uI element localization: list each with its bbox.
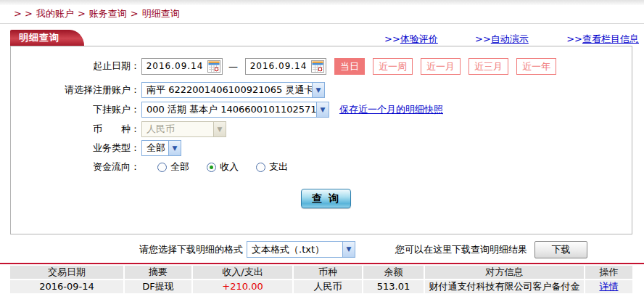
sub-account-row: 下挂账户： 000 活期 基本户 1406600101102571848 ▼ 保… [11,101,632,118]
link-label: 自动演示 [491,33,529,44]
download-format-label: 请您选择下载明细的格式 [139,243,243,256]
quick-range-3months-button[interactable]: 近三月 [468,58,508,75]
table-header-row: 交易日期 摘要 收入/支出 币种 余额 对方信息 操作 [10,266,632,279]
link-prefix: >> [475,33,491,44]
table-top-red-line [0,263,644,264]
query-form-panel: 起止日期： 2016.09.14 — 2016.09.14 [10,46,632,234]
date-range-label: 起止日期： [11,60,140,73]
calendar-icon[interactable] [311,60,324,73]
quick-range-week-button[interactable]: 近一周 [373,58,413,75]
currency-label: 币 种： [11,123,140,136]
query-button[interactable]: 查 询 [301,189,351,208]
download-result-label: 您可以在这里下载查询明细结果 [395,243,527,256]
flow-option-expense[interactable]: 支出 [256,160,288,173]
quick-range-month-button[interactable]: 近一月 [421,58,461,75]
biz-type-row: 业务类型： 全部 ▼ [11,139,632,157]
date-range-dash: — [228,61,238,72]
top-gradient-bar [0,0,644,5]
download-format-value: 文本格式（.txt） [247,243,342,256]
cell-action: 详情 [585,280,632,293]
detail-link[interactable]: 详情 [600,281,619,292]
currency-row: 币 种： 人民币 ▼ [11,121,632,138]
radio-unchecked-icon[interactable] [157,163,167,172]
currency-value: 人民币 [142,123,213,136]
breadcrumb-prefix: > > [14,8,33,19]
sub-account-select[interactable]: 000 活期 基本户 1406600101102571848 ▼ [141,102,329,118]
chevron-down-icon: ▼ [312,83,324,97]
breadcrumb-separator: > [78,8,86,19]
end-date-value: 2016.09.14 [246,61,311,71]
flow-option-expense-label: 支出 [269,160,288,173]
tab-detail-query: 明细查询 [10,30,70,46]
link-auto-demo[interactable]: >>自动演示 [475,33,529,46]
flow-option-all-label: 全部 [170,160,189,173]
chevron-down-icon: ▼ [168,141,181,155]
sub-account-label: 下挂账户： [11,103,140,116]
header-action: 操作 [585,266,632,279]
end-date-input[interactable]: 2016.09.14 [245,58,326,75]
breadcrumb-separator: > [131,8,139,19]
header-trade-date: 交易日期 [10,266,123,279]
header-counterparty: 对方信息 [425,266,584,279]
detail-query-page: > >我的账户>账务查询>明细查询 明细查询 >>体验评价 >>自动演示 >>查… [0,0,644,294]
biz-type-value: 全部 [142,142,168,155]
register-account-value: 南平 6222001406100921065 灵通卡 [142,83,312,97]
breadcrumb-item-my-account[interactable]: 我的账户 [36,8,74,19]
breadcrumb: > >我的账户>账务查询>明细查询 [10,7,180,20]
divider-line [0,23,644,24]
cell-amount: +210.00 [193,280,292,293]
quick-range-year-button[interactable]: 近一年 [516,58,556,75]
cell-counterparty: 财付通支付科技有限公司客户备付金 [425,280,584,293]
chevron-down-icon: ▼ [316,102,329,117]
download-format-select[interactable]: 文本格式（.txt） ▼ [247,241,355,258]
header-currency: 币种 [294,266,362,279]
start-date-input[interactable]: 2016.09.14 [141,58,223,75]
fund-flow-label: 资金流向： [11,160,140,173]
currency-select-disabled: 人民币 ▼ [141,121,226,137]
sub-account-value: 000 活期 基本户 1406600101102571848 [142,103,316,116]
chevron-down-icon: ▼ [342,242,355,257]
breadcrumb-item-detail-query[interactable]: 明细查询 [142,8,180,19]
link-prefix: >> [384,33,400,44]
cell-summary: DF提现 [125,280,191,293]
flow-option-income[interactable]: 收入 [207,160,239,173]
biz-type-select[interactable]: 全部 ▼ [141,140,181,156]
link-experience-review[interactable]: >>体验评价 [384,33,438,46]
register-account-select[interactable]: 南平 6222001406100921065 灵通卡 ▼ [141,82,325,98]
fund-flow-row: 资金流向： 全部 收入 支出 [11,160,632,173]
link-view-column-info[interactable]: >>查看栏目信息 [566,33,639,46]
chevron-down-icon: ▼ [213,122,226,136]
date-range-row: 起止日期： 2016.09.14 — 2016.09.14 [11,57,632,75]
start-date-value: 2016.09.14 [142,61,207,71]
save-snapshot-link[interactable]: 保存近一个月的明细快照 [339,103,443,116]
link-label: 查看栏目信息 [582,33,639,44]
cell-trade-date: 2016-09-14 [10,280,123,293]
link-prefix: >> [566,33,582,44]
header-summary: 摘要 [125,266,191,279]
download-row: 请您选择下载明细的格式 文本格式（.txt） ▼ 您可以在这里下载查询明细结果 … [139,240,587,258]
cell-balance: 513.01 [363,280,424,293]
calendar-icon[interactable] [207,60,220,73]
header-balance: 余额 [363,266,424,279]
radio-unchecked-icon[interactable] [256,163,265,172]
breadcrumb-item-account-query[interactable]: 账务查询 [89,8,127,19]
cell-currency: 人民币 [294,280,362,293]
link-label: 体验评价 [400,33,438,44]
header-income-expense: 收入/支出 [193,266,292,279]
table-row: 2016-09-14 DF提现 +210.00 人民币 513.01 财付通支付… [10,280,632,293]
register-account-label: 请选择注册账户： [11,83,140,97]
flow-option-all[interactable]: 全部 [157,160,189,173]
quick-range-today-button[interactable]: 当日 [334,58,365,75]
biz-type-label: 业务类型： [11,142,140,155]
radio-checked-icon[interactable] [207,163,216,172]
register-account-row: 请选择注册账户： 南平 6222001406100921065 灵通卡 ▼ [11,81,632,99]
flow-option-income-label: 收入 [220,160,239,173]
download-button[interactable]: 下载 [534,241,587,258]
